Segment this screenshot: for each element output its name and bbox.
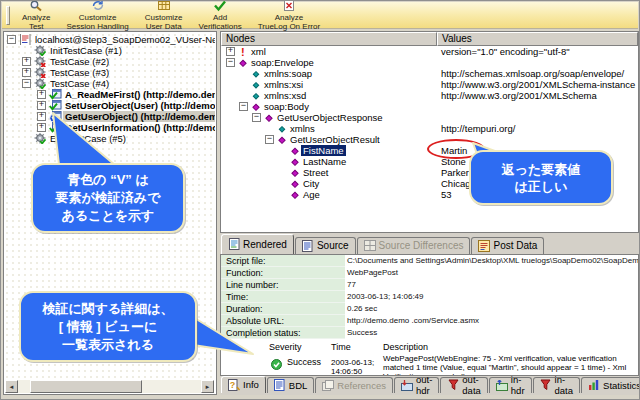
tree-item[interactable]: +GetUserObject() (http://demo.demo.com/ <box>5 111 215 122</box>
xml-node-row[interactable]: xmlns:soaphttp://schemas.xmlsoap.org/soa… <box>221 68 638 79</box>
svg-text:?: ? <box>230 380 236 390</box>
xml-node-row[interactable]: −soap:Envelope <box>221 57 638 68</box>
toolbar-button-label: Customize <box>79 13 117 22</box>
messages-table: Severity Time Description Success2003-06… <box>269 342 638 376</box>
script-info-label: Absolute URL: <box>221 315 345 327</box>
xml-node-value: version="1.0" encoding="utf-8" <box>437 46 638 57</box>
content-tab-source[interactable]: Source <box>295 237 356 254</box>
expander-plus-icon[interactable]: + <box>226 47 235 56</box>
xml-node-name: Age <box>301 189 322 200</box>
tree-item[interactable]: +SetUserObject(User) (http://demo.demo.c <box>5 100 215 111</box>
callout-line: 返った要素値 <box>471 161 611 178</box>
view-tab-info[interactable]: ?Info <box>221 376 266 393</box>
tree-item[interactable]: −TestCase (#4) <box>5 78 215 89</box>
callout-line: [ 情報 ] ビューに <box>21 318 195 336</box>
view-tab-in-hdr[interactable]: in-hdr <box>489 377 532 393</box>
callout-correct-value: 返った要素値 は正しい <box>469 150 613 205</box>
expander-plus-icon[interactable]: + <box>22 57 31 66</box>
element-node-icon <box>237 58 249 68</box>
tree-item-label: TestCase (#3) <box>48 67 111 78</box>
tree-item[interactable]: EndTestCase (#5) <box>5 133 215 144</box>
view-tab-bar: ?InfoBDLReferencesout-hdrout-datain-hdri… <box>220 376 639 393</box>
tree-item[interactable]: +TestCase (#2) <box>5 56 215 67</box>
view-tab-out-data[interactable]: out-data <box>440 377 488 393</box>
expander-plus-icon[interactable]: + <box>37 90 46 99</box>
script-info-row: Time:2003-06-13; 14:06:49 <box>221 291 638 303</box>
xml-node-name: xmlns:xsi <box>262 79 305 90</box>
tree-item[interactable]: −localhost@Step3_SoapDemo02_VUser-NetPro… <box>5 34 215 45</box>
expander-minus-icon[interactable]: − <box>226 58 235 67</box>
time-cell: 2003-06-13; 14:06:50 <box>331 354 383 376</box>
expander-minus-icon[interactable]: − <box>7 35 16 44</box>
expander-minus-icon[interactable]: − <box>265 135 274 144</box>
xml-node-row[interactable]: −GetUserObjectResult <box>221 134 638 145</box>
script-info: Script file:C:\Documents and Settings\Ad… <box>221 255 638 339</box>
expander-minus-icon[interactable]: − <box>252 113 261 122</box>
view-tab-statistics[interactable]: Statistics <box>581 377 640 393</box>
tab-label: Statistics <box>603 380 640 391</box>
xml-node-row[interactable]: −GetUserObjectResponse <box>221 112 638 123</box>
view-tab-bdl[interactable]: BDL <box>267 377 314 393</box>
toolbar-button-analyze-truelog-on-error[interactable]: AnalyzeTrueLog On Error <box>250 3 328 28</box>
tree-item-label: EndTestCase (#5) <box>48 133 128 144</box>
scrollbar-thumb[interactable] <box>30 380 142 393</box>
content-tab-post-data[interactable]: Post Data <box>471 237 544 254</box>
tree-item[interactable]: InitTestCase (#1) <box>5 45 215 56</box>
xml-node-name: xmlns:soap <box>262 68 314 79</box>
message-row[interactable]: Success2003-06-13; 14:06:50WebPagePost(W… <box>269 354 638 376</box>
scroll-left-icon[interactable]: ◄ <box>5 380 18 393</box>
view-tab-in-data[interactable]: in-data <box>533 377 581 393</box>
tree-item-label: TestCase (#2) <box>48 56 111 67</box>
toolbar-button-analyze-test[interactable]: AnalyzeTest <box>14 3 58 28</box>
tab-label: Post Data <box>493 240 537 251</box>
rendered-icon <box>228 238 240 250</box>
tree-item[interactable]: +GetUserInformation() (http://demo.demo. <box>5 122 215 133</box>
xml-node-name: xmlns <box>288 123 317 134</box>
tree-item[interactable]: +A_ReadMeFirst() (http://demo.demo.com/ <box>5 89 215 100</box>
xml-node-row[interactable]: −soap:Body <box>221 101 638 112</box>
tab-label: Info <box>243 379 259 390</box>
expander-plus-icon[interactable]: + <box>22 68 31 77</box>
xml-node-row[interactable]: xmlns:xsdhttp://www.w3.org/2001/XMLSchem… <box>221 90 638 101</box>
toolbar-grip[interactable] <box>6 6 10 25</box>
scroll-right-icon[interactable]: ► <box>201 380 214 393</box>
expander-plus-icon[interactable]: + <box>37 101 46 110</box>
xml-node-name-cell: LastName <box>221 156 437 167</box>
xml-node-value: http://tempuri.org/ <box>437 123 638 134</box>
tab-label: in-hdr <box>511 374 525 396</box>
xml-node-name-cell: −soap:Envelope <box>221 57 437 68</box>
script-info-label: Time: <box>221 291 345 303</box>
element-node-icon <box>289 190 301 200</box>
nodes-column-header[interactable]: Nodes <box>221 32 437 46</box>
xml-node-name-cell: City <box>221 178 437 189</box>
toolbar-button-customize-session-handling[interactable]: CustomizeSession Handling <box>58 3 136 28</box>
view-tab-out-hdr[interactable]: out-hdr <box>394 377 439 393</box>
toolbar-button-customize-user-data[interactable]: CustomizeUser Data <box>137 3 191 28</box>
severity-text: Success <box>287 358 321 367</box>
tree-item-label: InitTestCase (#1) <box>48 45 124 56</box>
xml-node-row[interactable]: xmlnshttp://tempuri.org/ <box>221 123 638 134</box>
values-column-header[interactable]: Values <box>437 32 638 46</box>
xml-node-row[interactable]: xmlns:xsihttp://www.w3.org/2001/XMLSchem… <box>221 79 638 90</box>
script-info-value: 0.26 sec <box>345 303 638 315</box>
content-tab-rendered[interactable]: Rendered <box>221 234 294 254</box>
gear-check-icon <box>33 45 48 56</box>
tree-item[interactable]: +TestCase (#3) <box>5 67 215 78</box>
severity-cell: Success <box>269 354 331 376</box>
in-data-icon <box>540 379 552 391</box>
toolbar-button-add-verifications[interactable]: AddVerifications <box>191 3 250 28</box>
expander-minus-icon[interactable]: − <box>22 79 31 88</box>
source-differences-icon <box>364 240 376 252</box>
xml-decl-icon: ! <box>237 46 249 57</box>
messages-rows: Success2003-06-13; 14:06:50WebPagePost(W… <box>269 354 638 376</box>
expander-minus-icon[interactable]: − <box>239 102 248 111</box>
bdl-icon <box>274 379 286 391</box>
success-icon <box>269 358 284 371</box>
callout-line: は正しい <box>471 178 611 195</box>
tree-horizontal-scrollbar[interactable]: ◄ ► <box>5 380 214 393</box>
expander-plus-icon[interactable]: + <box>37 112 46 121</box>
expander-plus-icon[interactable]: + <box>37 123 46 132</box>
xml-node-name: FistName <box>301 145 346 156</box>
xml-node-row[interactable]: +!xmlversion="1.0" encoding="utf-8" <box>221 46 638 57</box>
tab-label: Source <box>317 240 349 251</box>
